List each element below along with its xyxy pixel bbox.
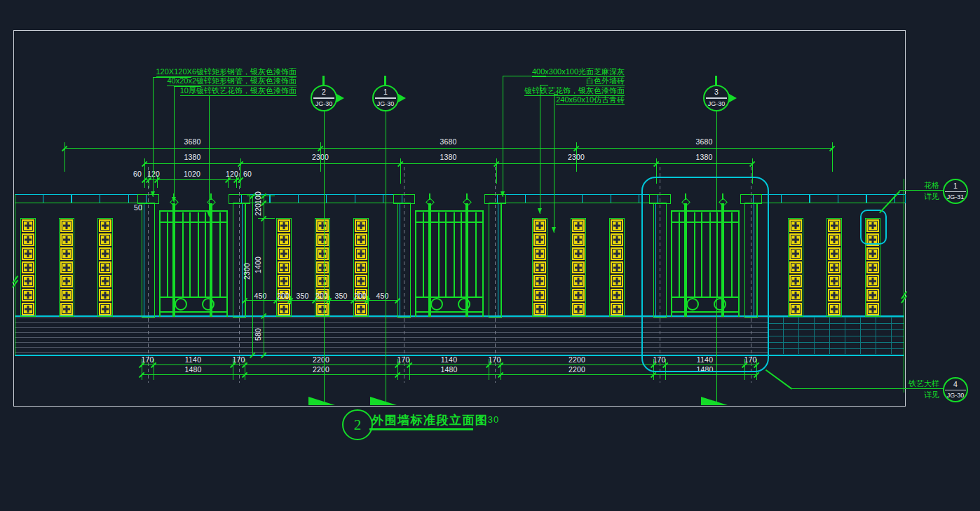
dim-label: 120	[226, 170, 238, 178]
lattice-cell	[355, 275, 367, 287]
lattice-cell	[355, 247, 367, 260]
lattice-cell	[789, 303, 802, 315]
drawing-scale: 1:30	[479, 414, 499, 425]
lattice-panel	[826, 218, 842, 317]
dim-label: 60	[133, 170, 142, 178]
leader-line	[540, 85, 548, 86]
extension-line	[496, 158, 497, 184]
gate-rail	[159, 297, 227, 298]
dim-line	[245, 300, 397, 301]
drawing-edge-line	[904, 179, 904, 393]
lattice-cell	[355, 219, 367, 232]
detail-number: 1	[953, 180, 958, 191]
section-cut-arrow	[308, 397, 335, 405]
dim-label: 2200	[569, 365, 585, 374]
dim-line	[144, 163, 752, 164]
brick-hatch	[768, 317, 904, 354]
leader-line	[153, 77, 154, 197]
section-sheet: JG-30	[315, 99, 333, 109]
lattice-cell	[572, 233, 585, 246]
dim-label: 100	[254, 191, 262, 204]
extension-line	[258, 218, 275, 219]
section-marker-3: 3 JG-30	[703, 85, 730, 111]
lattice-cell	[99, 289, 111, 301]
pillar-centerline	[148, 167, 149, 383]
gate-rail	[415, 210, 483, 212]
lattice-cell	[828, 261, 841, 274]
lattice-panel	[788, 218, 803, 317]
leader-arrow	[501, 191, 505, 197]
dim-label: 2300	[312, 153, 329, 161]
extension-line	[329, 296, 329, 304]
dim-label: 1480	[440, 365, 457, 374]
dim-label: 450	[254, 292, 266, 300]
lattice-cell	[99, 303, 111, 315]
lattice-cell	[355, 233, 367, 246]
lattice-cell	[572, 275, 585, 287]
cad-canvas: 120X120X6镀锌矩形钢管，银灰色漆饰面 40x20x2镀锌矩形钢管，银灰色…	[0, 0, 980, 511]
extension-line	[397, 296, 398, 304]
finial-stem	[210, 193, 212, 200]
gate-bar	[475, 212, 477, 222]
lattice-cell	[866, 261, 879, 274]
leader-arrow	[207, 211, 211, 217]
lattice-cell	[316, 303, 329, 315]
lattice-cell	[99, 275, 111, 287]
detail-callout-circle: 4 JG-30	[943, 377, 968, 402]
leader-arrow	[552, 227, 556, 233]
annotation-line: 40x20x2镀锌矩形钢管，银灰色漆饰面	[112, 76, 297, 86]
section-cut-arrow	[701, 397, 728, 405]
dim-label: 1140	[185, 355, 201, 364]
lattice-cell	[611, 233, 623, 246]
lattice-panel	[97, 218, 113, 317]
highlight-box	[860, 210, 887, 245]
gate-bar	[461, 212, 462, 222]
pillar-body	[397, 203, 411, 318]
extension-line	[290, 296, 291, 304]
lattice-cell	[866, 289, 879, 301]
section-marker-circle: 3 JG-30	[703, 85, 730, 111]
dim-label: 1140	[441, 355, 457, 364]
lattice-panel	[59, 218, 74, 317]
section-marker-circle: 1 JG-30	[372, 85, 399, 111]
extension-line	[64, 142, 65, 172]
gate-bar	[423, 223, 424, 297]
dim-label: 200	[277, 292, 290, 300]
lattice-cell	[611, 303, 623, 315]
section-number: 3	[714, 86, 719, 97]
lattice-cell	[316, 261, 329, 274]
pillar-centerline	[404, 167, 404, 383]
annotation-line: 120X120X6镀锌矩形钢管，银灰色漆饰面	[112, 67, 297, 76]
section-marker-circle: 2 JG-30	[311, 85, 337, 111]
dim-label: 450	[376, 292, 388, 300]
dim-label: 170	[141, 355, 154, 364]
leader-arrow	[172, 197, 176, 203]
lattice-cell	[278, 303, 290, 315]
leader-line	[174, 86, 175, 203]
extension-line	[832, 142, 833, 172]
drawing-title: 外围墙标准段立面图	[372, 412, 489, 428]
lattice-cell	[866, 247, 879, 260]
lattice-cell	[60, 233, 73, 246]
dim-line	[142, 374, 756, 375]
leader-line	[554, 94, 554, 233]
extension-line	[240, 175, 241, 188]
gate-bar	[167, 212, 168, 222]
lattice-cell	[572, 303, 585, 315]
gate-bar	[454, 212, 455, 222]
annotation-line: 白色外墙砖	[449, 76, 625, 86]
lattice-cell	[99, 233, 111, 246]
dim-label: 1380	[695, 153, 712, 161]
dim-label: 2200	[313, 355, 329, 364]
dim-label: 2300	[243, 263, 251, 280]
leader-line	[153, 77, 191, 78]
lattice-cell	[60, 289, 73, 301]
lattice-cell	[60, 247, 73, 260]
gate-bar	[182, 223, 184, 297]
lattice-cell	[789, 247, 802, 260]
leader-line	[209, 95, 210, 217]
lattice-cell	[22, 303, 34, 315]
lattice-cell	[60, 219, 73, 232]
dim-label: 3680	[184, 137, 200, 146]
dim-line	[264, 196, 264, 355]
